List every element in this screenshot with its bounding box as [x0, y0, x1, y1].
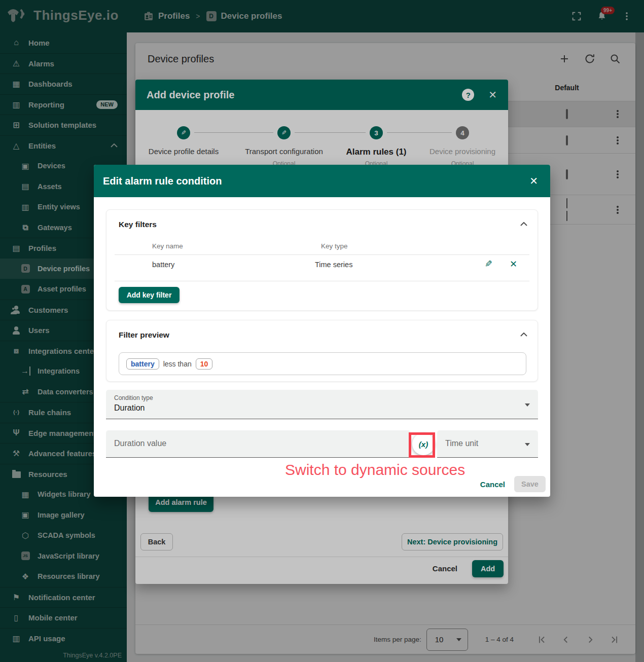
caret-down-icon [525, 403, 530, 407]
collapse-chevron-icon[interactable] [520, 222, 527, 226]
filter-value-chip[interactable]: 10 [196, 358, 213, 370]
close-icon[interactable]: ✕ [529, 176, 538, 186]
condition-type-value: Duration [114, 403, 145, 413]
duration-value-placeholder: Duration value [114, 439, 166, 448]
filter-preview-heading: Filter preview [119, 330, 169, 340]
column-key-type: Key type [321, 242, 348, 250]
key-filter-type: Time series [315, 261, 352, 269]
column-key-name: Key name [152, 242, 183, 250]
duration-value-input[interactable]: Duration value [106, 430, 411, 458]
time-unit-label: Time unit [445, 439, 478, 448]
edit-alarm-rule-condition-dialog: Edit alarm rule condition ✕ Key filters … [94, 165, 550, 497]
condition-type-select[interactable]: Condition type Duration [106, 390, 538, 419]
filter-preview-box: battery less than 10 [119, 352, 526, 375]
edit-key-filter-pencil-icon[interactable]: ✎ [485, 259, 492, 270]
add-key-filter-button[interactable]: Add key filter [119, 287, 180, 303]
save-button-disabled[interactable]: Save [514, 476, 546, 492]
time-unit-select[interactable]: Time unit [437, 430, 538, 458]
remove-key-filter-icon[interactable]: ✕ [510, 259, 517, 270]
key-filters-panel: Key filters Key name Key type battery Ti… [106, 209, 538, 311]
cancel-button[interactable]: Cancel [480, 480, 505, 489]
filter-key-chip[interactable]: battery [126, 358, 159, 370]
switch-to-dynamic-value-toggle[interactable]: (x) [412, 433, 435, 455]
key-filters-heading: Key filters [119, 220, 157, 229]
collapse-chevron-icon[interactable] [520, 333, 527, 337]
condition-type-label: Condition type [114, 394, 153, 401]
filter-operator-label: less than [163, 360, 192, 368]
key-filter-name: battery [152, 261, 174, 269]
edit-dialog-title: Edit alarm rule condition [103, 175, 529, 187]
filter-preview-panel: Filter preview battery less than 10 [106, 320, 538, 382]
caret-down-icon [525, 443, 530, 446]
